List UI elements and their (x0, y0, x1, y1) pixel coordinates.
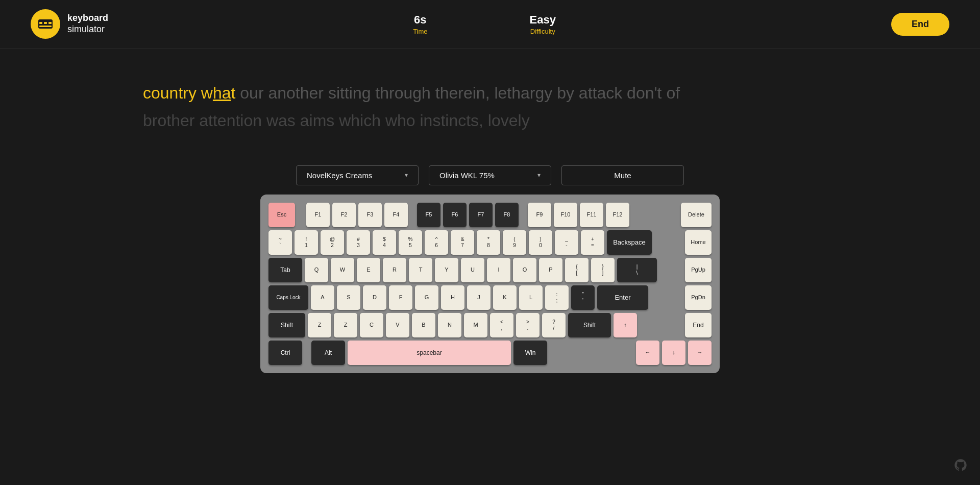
key-pgup[interactable]: PgUp (685, 258, 712, 282)
key-f2[interactable]: F2 (332, 203, 356, 227)
key-spacebar[interactable]: spacebar (348, 341, 511, 365)
difficulty-stat: Easy Difficulty (530, 13, 556, 35)
key-equals[interactable]: += (581, 230, 604, 255)
key-arrow-left[interactable]: ← (636, 341, 659, 365)
key-1[interactable]: !1 (295, 230, 318, 255)
difficulty-value: Easy (530, 13, 556, 27)
key-f6[interactable]: F6 (443, 203, 467, 227)
key-f11[interactable]: F11 (580, 203, 603, 227)
key-pgdn[interactable]: PgDn (685, 285, 712, 310)
logo-icon (31, 9, 60, 39)
key-e[interactable]: E (357, 258, 380, 282)
key-z[interactable]: Z (308, 313, 331, 337)
key-f3[interactable]: F3 (358, 203, 382, 227)
end-button[interactable]: End (891, 13, 949, 36)
key-g[interactable]: G (415, 285, 438, 310)
key-esc[interactable]: Esc (268, 203, 295, 227)
key-x[interactable]: Z (334, 313, 357, 337)
header: keyboard simulator 6s Time Easy Difficul… (0, 0, 980, 48)
header-stats: 6s Time Easy Difficulty (108, 13, 861, 35)
key-semicolon[interactable]: :; (545, 285, 569, 310)
github-icon[interactable] (953, 458, 968, 476)
key-minus[interactable]: _- (555, 230, 578, 255)
key-h[interactable]: H (441, 285, 464, 310)
key-r[interactable]: R (383, 258, 406, 282)
key-f4[interactable]: F4 (384, 203, 408, 227)
key-l[interactable]: L (519, 285, 543, 310)
key-capslock[interactable]: Caps Lock (268, 285, 308, 310)
key-f8[interactable]: F8 (495, 203, 519, 227)
key-arrow-up[interactable]: ↑ (614, 313, 637, 337)
key-i[interactable]: I (487, 258, 510, 282)
key-n[interactable]: N (438, 313, 461, 337)
time-value: 6s (414, 13, 426, 27)
key-u[interactable]: U (461, 258, 484, 282)
key-alt[interactable]: Alt (311, 341, 345, 365)
key-f1[interactable]: F1 (306, 203, 330, 227)
typing-line-1: country what our another sitting through… (143, 79, 837, 107)
key-m[interactable]: M (464, 313, 487, 337)
key-8[interactable]: *8 (477, 230, 500, 255)
key-row-bottom: Ctrl Alt spacebar Win ← ↓ → (268, 341, 712, 365)
key-c[interactable]: C (360, 313, 383, 337)
key-q[interactable]: Q (305, 258, 328, 282)
key-6[interactable]: ^6 (425, 230, 448, 255)
key-2[interactable]: @2 (321, 230, 344, 255)
switch-select[interactable]: NovelKeys Creams ▾ (296, 165, 419, 185)
key-tab[interactable]: Tab (268, 258, 302, 282)
key-f5[interactable]: F5 (417, 203, 440, 227)
key-home[interactable]: Home (685, 230, 712, 255)
switch-chevron-icon: ▾ (405, 172, 408, 179)
key-o[interactable]: O (513, 258, 536, 282)
layout-label: Olivia WKL 75% (439, 171, 495, 180)
svg-rect-4 (39, 26, 52, 27)
mute-button[interactable]: Mute (561, 165, 684, 185)
key-f9[interactable]: F9 (528, 203, 551, 227)
typing-line-2: brother attention was aims which who ins… (143, 107, 837, 134)
key-b[interactable]: B (412, 313, 435, 337)
key-y[interactable]: Y (435, 258, 458, 282)
key-j[interactable]: J (467, 285, 491, 310)
key-win[interactable]: Win (513, 341, 547, 365)
key-pipe[interactable]: |\ (617, 258, 657, 282)
key-a[interactable]: A (311, 285, 334, 310)
key-backtick[interactable]: ~` (268, 230, 292, 255)
key-t[interactable]: T (409, 258, 432, 282)
key-lbracket[interactable]: {[ (565, 258, 589, 282)
key-d[interactable]: D (363, 285, 386, 310)
key-w[interactable]: W (331, 258, 354, 282)
key-arrow-down[interactable]: ↓ (662, 341, 685, 365)
key-f12[interactable]: F12 (606, 203, 629, 227)
key-s[interactable]: S (337, 285, 360, 310)
key-f10[interactable]: F10 (554, 203, 577, 227)
key-p[interactable]: P (539, 258, 562, 282)
layout-select[interactable]: Olivia WKL 75% ▾ (429, 165, 551, 185)
key-7[interactable]: &7 (451, 230, 474, 255)
key-shift-left[interactable]: Shift (268, 313, 305, 337)
key-9[interactable]: (9 (503, 230, 526, 255)
key-end[interactable]: End (685, 313, 712, 337)
key-k[interactable]: K (493, 285, 517, 310)
gray-portion: gh therein, lethargy by attack don't of (412, 84, 680, 102)
key-0[interactable]: )0 (529, 230, 552, 255)
key-3[interactable]: #3 (347, 230, 370, 255)
key-ctrl[interactable]: Ctrl (268, 341, 302, 365)
remaining-portion: our another sitting throu (235, 84, 412, 102)
key-backspace[interactable]: Backspace (607, 230, 652, 255)
keyboard: Esc F1 F2 F3 F4 F5 F6 F7 F8 F9 F10 F11 F… (260, 195, 720, 373)
key-4[interactable]: $4 (373, 230, 396, 255)
key-f7[interactable]: F7 (469, 203, 493, 227)
key-comma[interactable]: <, (490, 313, 513, 337)
key-5[interactable]: %5 (399, 230, 422, 255)
key-quote[interactable]: "' (571, 285, 595, 310)
key-v[interactable]: V (386, 313, 409, 337)
key-delete[interactable]: Delete (681, 203, 712, 227)
key-f[interactable]: F (389, 285, 412, 310)
key-rbracket[interactable]: }] (591, 258, 615, 282)
key-row-qwerty: Tab Q W E R T Y U I O P {[ }] |\ PgUp (268, 258, 712, 282)
key-enter[interactable]: Enter (597, 285, 648, 310)
key-shift-right[interactable]: Shift (568, 313, 611, 337)
key-slash[interactable]: ?/ (542, 313, 566, 337)
key-period[interactable]: >. (516, 313, 540, 337)
key-arrow-right[interactable]: → (688, 341, 712, 365)
